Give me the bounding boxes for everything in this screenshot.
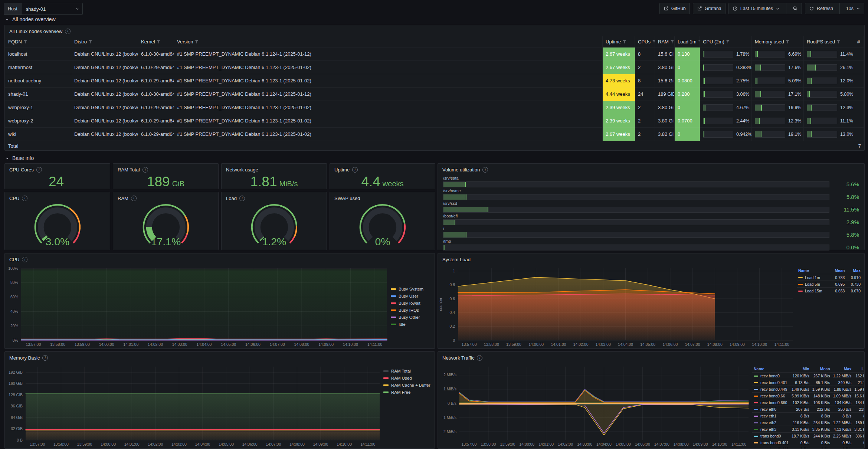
- svg-text:13:59:00: 13:59:00: [500, 442, 515, 446]
- volume-bar-fill: [443, 245, 445, 250]
- legend-item[interactable]: Busy Other: [391, 315, 432, 319]
- column-header-load-1m[interactable]: Load 1m: [675, 36, 700, 47]
- legend-item[interactable]: Busy Iowait: [391, 301, 432, 305]
- svg-text:14:08:00: 14:08:00: [674, 442, 689, 446]
- info-icon[interactable]: i: [22, 257, 27, 262]
- filter-icon[interactable]: [671, 40, 674, 43]
- filter-icon[interactable]: [89, 40, 92, 43]
- svg-text:14:04:00: 14:04:00: [197, 342, 212, 347]
- legend-column-header[interactable]: Max: [846, 268, 862, 274]
- column-header-cpus[interactable]: CPUs: [635, 36, 655, 47]
- svg-text:40%: 40%: [10, 309, 18, 314]
- filter-icon[interactable]: [726, 40, 730, 43]
- column-header--[interactable]: #: [854, 36, 864, 47]
- zoom-out-button[interactable]: [789, 3, 802, 14]
- legend-column-header[interactable]: Name: [797, 268, 830, 274]
- system-load-chart[interactable]: 00.20.40.60.8113:57:0013:58:0013:59:0014…: [438, 265, 797, 348]
- legend-column-header[interactable]: Max: [832, 366, 853, 373]
- legend-value: 8 B/s: [811, 413, 832, 419]
- legend-series-name[interactable]: recv bond0.660: [752, 399, 790, 406]
- legend-column-header[interactable]: Mean: [811, 366, 832, 373]
- filter-icon[interactable]: [652, 40, 655, 43]
- info-icon[interactable]: i: [352, 167, 358, 173]
- column-header-uptime[interactable]: Uptime: [603, 36, 635, 47]
- filter-icon[interactable]: [24, 40, 27, 43]
- column-header-memory-used[interactable]: Memory used: [752, 36, 804, 47]
- legend-series-name[interactable]: trans bond0.449: [752, 446, 790, 449]
- info-icon[interactable]: i: [239, 196, 245, 201]
- legend-series-name[interactable]: trans bond0.401: [752, 439, 790, 446]
- info-icon[interactable]: i: [143, 167, 148, 173]
- filter-icon[interactable]: [157, 40, 160, 43]
- bar-gauge-track: [807, 51, 837, 58]
- legend-series-name[interactable]: Load 1m: [797, 274, 830, 281]
- legend-series-name[interactable]: recv bond0.449: [752, 386, 790, 393]
- legend-row: recv bond0.665.99 KiB/s148 KiB/s1.09 MiB…: [752, 393, 864, 399]
- info-icon[interactable]: i: [22, 196, 27, 201]
- legend-item[interactable]: Idle: [391, 322, 432, 327]
- legend-series-name[interactable]: recv eth0: [752, 406, 790, 413]
- time-range-picker[interactable]: Last 15 minutes: [729, 3, 783, 14]
- legend-swatch: [383, 384, 389, 386]
- refresh-interval-picker[interactable]: 10s: [842, 3, 864, 14]
- swap-used-gauge-panel: SWAP used 0%: [330, 192, 435, 250]
- section-all-nodes-overview[interactable]: All nodes overview: [5, 16, 56, 22]
- legend-column-header[interactable]: Last *: [853, 366, 864, 373]
- filter-icon[interactable]: [837, 40, 840, 43]
- legend-series-name[interactable]: trans bond0: [752, 433, 790, 439]
- legend-series-name[interactable]: recv bond0.401: [752, 379, 790, 386]
- legend-item[interactable]: RAM Total: [383, 369, 433, 373]
- legend-item[interactable]: RAM Used: [383, 376, 433, 380]
- legend-item[interactable]: Busy IRQs: [391, 308, 432, 312]
- host-variable-picker[interactable]: Host shady-01: [4, 3, 83, 15]
- legend-series-name[interactable]: recv bond0.66: [752, 393, 790, 399]
- column-header-distro[interactable]: Distro: [71, 36, 138, 47]
- legend-column-header[interactable]: Name: [752, 366, 790, 373]
- legend-item[interactable]: RAM Free: [383, 390, 433, 394]
- section-base-info[interactable]: Base info: [5, 155, 34, 161]
- info-icon[interactable]: i: [36, 167, 42, 173]
- info-icon[interactable]: i: [482, 167, 488, 173]
- grafana-link-button[interactable]: Grafana: [693, 3, 725, 14]
- column-header-rootfs-used[interactable]: RootFS used: [804, 36, 854, 47]
- refresh-button[interactable]: Refresh: [805, 3, 837, 14]
- github-link-button[interactable]: GitHub: [659, 3, 690, 14]
- info-icon[interactable]: i: [131, 196, 137, 201]
- bar-gauge-track: [755, 51, 785, 58]
- cell-cpus: 24: [635, 88, 655, 101]
- memory-basic-legend: RAM TotalRAM UsedRAM Cache + BufferRAM F…: [383, 363, 435, 448]
- svg-text:192 GiB: 192 GiB: [9, 370, 23, 374]
- legend-series-name[interactable]: recv eth3: [752, 426, 790, 433]
- bar-gauge-cell: 5.09%: [752, 74, 804, 88]
- filter-icon[interactable]: [786, 40, 789, 43]
- memory-basic-chart[interactable]: 0 B32 GiB64 GiB96 GiB128 GiB160 GiB192 G…: [5, 363, 383, 448]
- column-header-version[interactable]: Version: [174, 36, 603, 47]
- column-header-cpu-2m-[interactable]: CPU (2m): [700, 36, 752, 47]
- legend-item[interactable]: Busy System: [391, 287, 432, 291]
- network-traffic-chart[interactable]: 2 MiB/s1 MiB/s0 B/s-1 MiB/s-2 MiB/s13:57…: [438, 363, 752, 448]
- info-icon[interactable]: i: [42, 355, 48, 361]
- legend-column-header[interactable]: Mean: [830, 268, 846, 274]
- legend-value: 85.1 B/s: [811, 379, 832, 386]
- info-icon[interactable]: i: [65, 29, 71, 34]
- column-header-ram[interactable]: RAM: [655, 36, 675, 47]
- legend-series-name[interactable]: Load 5m: [797, 281, 830, 288]
- legend-series-name[interactable]: recv eth2: [752, 419, 790, 426]
- filter-icon[interactable]: [623, 40, 626, 43]
- column-header-fqdn[interactable]: FQDN: [5, 36, 71, 47]
- filter-icon[interactable]: [195, 40, 198, 43]
- column-header-kernel[interactable]: Kernel: [138, 36, 174, 47]
- bar-gauge-fill: [807, 65, 816, 71]
- legend-series-name[interactable]: Load 15m: [797, 288, 830, 294]
- legend-value: 3.31 KiB/s: [853, 426, 864, 433]
- volume-bar-fill: [443, 182, 466, 187]
- cpu-chart[interactable]: 0%20%40%60%80%100%13:57:0013:58:0013:59:…: [5, 265, 391, 348]
- bar-gauge-fill: [807, 78, 812, 84]
- legend-series-name[interactable]: recv eth1: [752, 413, 790, 419]
- legend-series-name[interactable]: recv bond0: [752, 373, 790, 379]
- legend-item[interactable]: RAM Cache + Buffer: [383, 383, 433, 387]
- legend-column-header[interactable]: Min: [790, 366, 811, 373]
- legend-value: 102 KiB/s: [790, 399, 811, 406]
- info-icon[interactable]: i: [477, 355, 482, 361]
- legend-item[interactable]: Busy User: [391, 294, 432, 298]
